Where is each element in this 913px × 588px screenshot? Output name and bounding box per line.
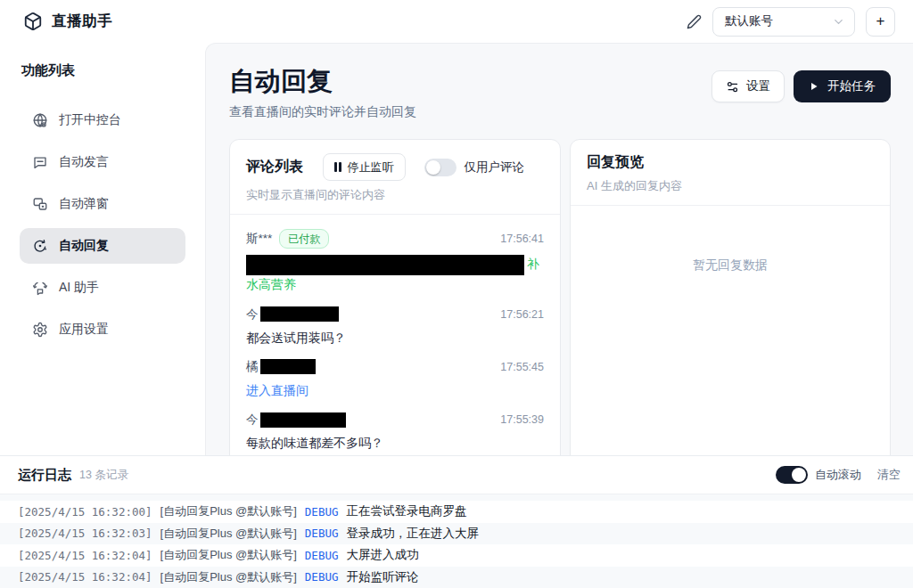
reply-panel-subtitle: AI 生成的回复内容 <box>587 178 874 194</box>
header-actions: 默认账号 + <box>687 7 895 37</box>
start-task-button[interactable]: 开始任务 <box>794 70 891 102</box>
log-row: [2025/4/15 16:32:00] [自动回复Plus @默认账号] DE… <box>0 501 913 523</box>
sidebar-item-label: 应用设置 <box>59 322 109 338</box>
redaction-bar <box>260 306 339 322</box>
sidebar-item-auto-popup[interactable]: 自动弹窗 <box>20 186 185 222</box>
comment-author: 橘 <box>246 359 259 375</box>
page-subtitle: 查看直播间的实时评论并自动回复 <box>229 104 416 120</box>
edit-account-pencil-icon[interactable] <box>687 14 702 29</box>
account-select-value: 默认账号 <box>725 13 773 29</box>
sidebar-item-app-settings[interactable]: 应用设置 <box>20 312 185 347</box>
chevron-down-icon <box>832 15 845 29</box>
redaction-bar <box>260 412 346 428</box>
run-log-count: 13 条记录 <box>79 468 128 483</box>
autoscroll-toggle[interactable] <box>776 466 808 484</box>
run-log-title: 运行日志 <box>18 467 71 484</box>
sliders-icon <box>726 80 739 94</box>
clear-log-button[interactable]: 清空 <box>877 467 901 483</box>
brand: 直播助手 <box>23 12 112 31</box>
log-rows: [2025/4/15 16:32:00] [自动回复Plus @默认账号] DE… <box>0 494 913 588</box>
comments-panel-subtitle: 实时显示直播间的评论内容 <box>246 187 544 203</box>
comment-time: 17:55:39 <box>500 413 544 426</box>
comment-time: 17:56:21 <box>500 308 544 321</box>
sidebar: 功能列表 打开中控台 自动发言 <box>0 43 205 455</box>
comment-content: 补水高营养 <box>246 255 544 293</box>
comments-list: 斯*** 已付款 17:56:41 补水高营养 今 17:56:21 都会送试用… <box>230 215 560 452</box>
comment-item: 今 17:56:21 都会送试用装吗？ <box>246 306 544 347</box>
globe-icon <box>32 112 48 128</box>
page-title: 自动回复 <box>229 67 416 96</box>
app-body: 功能列表 打开中控台 自动发言 <box>0 43 913 455</box>
ai-assistant-icon <box>32 280 48 296</box>
comment-content: 每款的味道都差不多吗？ <box>246 434 544 452</box>
redaction-bar <box>260 359 316 374</box>
gear-icon <box>32 322 48 338</box>
add-account-button[interactable]: + <box>866 7 895 37</box>
sidebar-item-label: AI 助手 <box>59 280 99 296</box>
reply-panel-title: 回复预览 <box>587 153 874 172</box>
log-row-partial <box>0 494 913 501</box>
redaction-bar <box>246 255 524 275</box>
sidebar-item-auto-speak[interactable]: 自动发言 <box>20 144 185 180</box>
sidebar-title: 功能列表 <box>0 62 205 79</box>
auto-reply-sync-icon <box>32 238 48 254</box>
comments-panel-title: 评论列表 <box>246 158 303 176</box>
stop-listening-button[interactable]: 停止监听 <box>323 153 406 181</box>
sidebar-item-label: 打开中控台 <box>59 112 121 128</box>
top-header: 直播助手 默认账号 + <box>0 0 913 43</box>
app-title: 直播助手 <box>52 12 112 31</box>
log-row: [2025/4/15 16:32:04] [自动回复Plus @默认账号] DE… <box>0 567 913 588</box>
chat-bubble-icon <box>32 154 48 170</box>
autoscroll-label: 自动滚动 <box>815 467 861 483</box>
sidebar-item-label: 自动弹窗 <box>59 196 109 212</box>
comment-author: 今 <box>246 412 259 428</box>
log-row: [2025/4/15 16:32:03] [自动回复Plus @默认账号] DE… <box>0 523 913 545</box>
sidebar-item-label: 自动回复 <box>59 238 109 254</box>
pause-icon <box>334 162 341 172</box>
user-only-toggle-label: 仅用户评论 <box>465 159 525 176</box>
comment-item: 橘 17:55:45 进入直播间 <box>246 359 544 399</box>
sidebar-item-label: 自动发言 <box>59 154 109 170</box>
comment-time: 17:55:45 <box>500 361 544 373</box>
sidebar-item-auto-reply[interactable]: 自动回复 <box>20 228 185 264</box>
enter-liveroom-link[interactable]: 进入直播间 <box>246 381 544 399</box>
comments-panel: 评论列表 停止监听 仅用户评论 实时显示直播间的评论内容 斯*** <box>229 139 561 455</box>
log-row: [2025/4/15 16:32:04] [自动回复Plus @默认账号] DE… <box>0 544 913 567</box>
comment-content: 都会送试用装吗？ <box>246 329 544 347</box>
run-log-section: 运行日志 13 条记录 自动滚动 清空 [2025/4/15 16:32:00]… <box>0 455 913 588</box>
comment-time: 17:56:41 <box>500 233 544 245</box>
comment-author: 斯*** <box>246 231 272 247</box>
comment-item: 斯*** 已付款 17:56:41 补水高营养 <box>246 229 544 293</box>
main-content: 自动回复 查看直播间的实时评论并自动回复 设置 开始任务 <box>205 43 913 455</box>
paid-badge: 已付款 <box>279 229 329 249</box>
user-only-toggle[interactable] <box>424 159 456 176</box>
comment-author: 今 <box>246 306 259 323</box>
play-icon <box>809 81 819 92</box>
popup-windows-icon <box>32 196 48 212</box>
reply-preview-panel: 回复预览 AI 生成的回复内容 暂无回复数据 <box>570 139 891 455</box>
settings-button[interactable]: 设置 <box>711 70 785 102</box>
reply-empty-state: 暂无回复数据 <box>571 206 890 274</box>
app-logo-cube-icon <box>23 12 43 31</box>
comment-item: 今 17:55:39 每款的味道都差不多吗？ <box>246 412 544 452</box>
sidebar-item-open-console[interactable]: 打开中控台 <box>20 102 185 138</box>
sidebar-item-ai-assistant[interactable]: AI 助手 <box>20 270 185 306</box>
account-select[interactable]: 默认账号 <box>712 7 855 37</box>
